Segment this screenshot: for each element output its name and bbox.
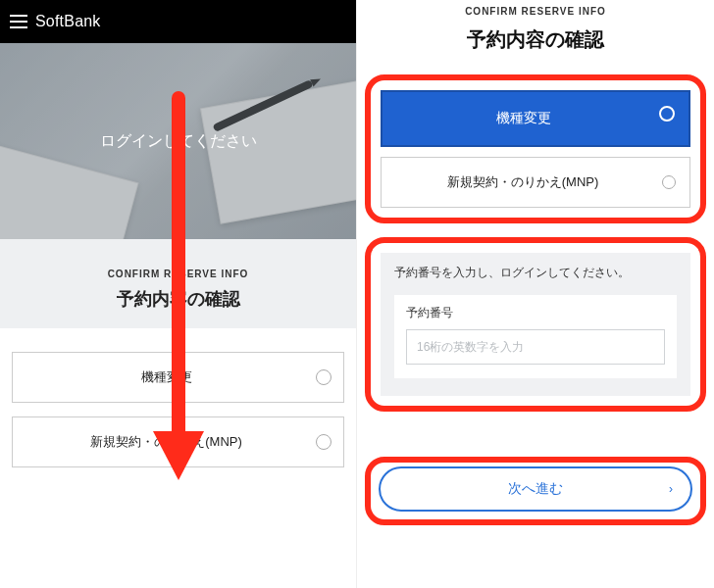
confirm-heading-block: CONFIRM RESERVE INFO 予約内容の確認 bbox=[0, 239, 356, 328]
hero-banner: ログインしてください bbox=[0, 43, 356, 239]
brand-logo: SoftBank bbox=[35, 13, 101, 30]
confirm-eyebrow: CONFIRM RESERVE INFO bbox=[12, 269, 344, 279]
option-model-change-selected[interactable]: 機種変更 bbox=[381, 90, 690, 147]
right-screenshot: CONFIRM RESERVE INFO 予約内容の確認 機種変更 新規契約・の… bbox=[357, 0, 714, 588]
reservation-number-input[interactable] bbox=[406, 329, 665, 365]
option-label: 機種変更 bbox=[496, 110, 551, 125]
option-label: 機種変更 bbox=[141, 369, 192, 384]
hamburger-menu-icon[interactable] bbox=[10, 15, 27, 28]
radio-icon bbox=[316, 434, 332, 450]
radio-icon bbox=[316, 369, 332, 385]
contract-type-options: 機種変更 新規契約・のりかえ(MNP) bbox=[0, 328, 356, 511]
annotation-box: 機種変更 新規契約・のりかえ(MNP) bbox=[365, 74, 706, 223]
proceed-button-label: 次へ進む bbox=[508, 480, 563, 496]
confirm-eyebrow: CONFIRM RESERVE INFO bbox=[369, 6, 702, 17]
top-bar: SoftBank bbox=[0, 0, 356, 43]
annotation-box: 予約番号を入力し、ログインしてください。 予約番号 bbox=[365, 237, 706, 412]
confirm-heading-block: CONFIRM RESERVE INFO 予約内容の確認 bbox=[357, 4, 714, 69]
annotation-box: 次へ進む › bbox=[365, 457, 706, 525]
option-label: 新規契約・のりかえ(MNP) bbox=[447, 174, 599, 189]
option-new-mnp[interactable]: 新規契約・のりかえ(MNP) bbox=[381, 157, 690, 208]
option-model-change[interactable]: 機種変更 bbox=[12, 352, 344, 403]
confirm-title: 予約内容の確認 bbox=[12, 287, 344, 311]
login-instruction: 予約番号を入力し、ログインしてください。 bbox=[394, 265, 677, 281]
proceed-button[interactable]: 次へ進む › bbox=[379, 466, 692, 512]
radio-icon bbox=[662, 175, 676, 189]
left-screenshot: SoftBank ログインしてください CONFIRM RESERVE INFO… bbox=[0, 0, 357, 588]
option-new-mnp[interactable]: 新規契約・のりかえ(MNP) bbox=[12, 416, 344, 467]
reservation-number-field-block: 予約番号 bbox=[394, 295, 677, 378]
reservation-number-label: 予約番号 bbox=[406, 305, 665, 321]
radio-selected-icon bbox=[659, 106, 675, 122]
login-panel: 予約番号を入力し、ログインしてください。 予約番号 bbox=[381, 253, 690, 396]
chevron-right-icon: › bbox=[669, 482, 673, 496]
option-label: 新規契約・のりかえ(MNP) bbox=[90, 434, 242, 449]
hero-login-prompt: ログインしてください bbox=[100, 131, 257, 152]
confirm-title: 予約内容の確認 bbox=[369, 26, 702, 53]
